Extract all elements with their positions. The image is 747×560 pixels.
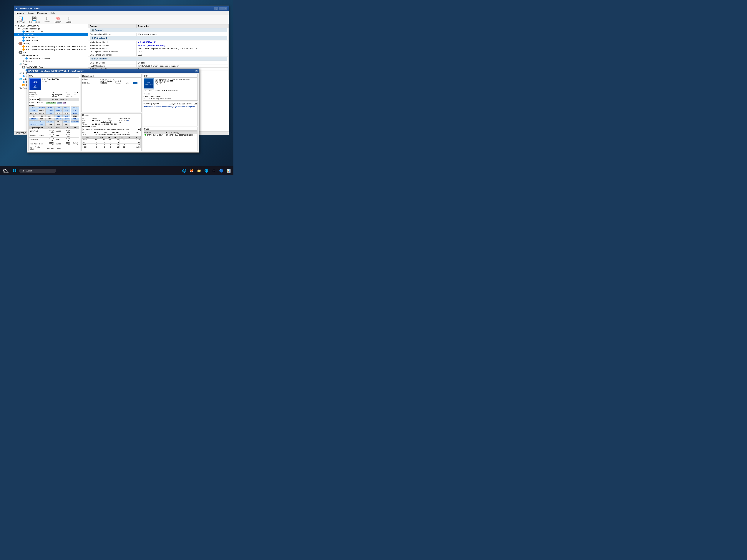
taskbar-icon-4[interactable]: 🌐 [203, 167, 210, 174]
mem-cr: CR [119, 121, 121, 123]
feat-fma: FMA [71, 112, 79, 115]
start-button[interactable] [11, 167, 18, 175]
taskbar-icon-6[interactable]: 🔵 [218, 167, 225, 174]
mb-icon: 🟦 [19, 33, 22, 36]
cpu-tdp: 77 W [74, 92, 79, 94]
tree-root[interactable]: ▼ 🖥 DESKTOP-O210S75 [14, 24, 88, 27]
toolbar-about[interactable]: ℹ About [64, 16, 74, 24]
mt-533-clock: 533.3 [82, 143, 92, 146]
mt-v: V [133, 136, 140, 138]
close-button[interactable]: ✕ [223, 7, 227, 10]
feat-tme: TME [55, 123, 62, 126]
tree-gpu[interactable]: 🔷 Intel HD Graphics 4000 [14, 57, 88, 60]
mt-533-rc: 26 [120, 143, 126, 146]
mt-clock: Clock [82, 136, 92, 138]
memory-summary-title: Memory [82, 114, 140, 117]
cpu-num-select[interactable]: CPU #0 [29, 98, 40, 101]
mt-rc: RC [120, 136, 126, 138]
mem-module-select[interactable]: #1 [BANK 1/ChannelA-DIMM1]: Kingston 990… [82, 128, 140, 131]
hvci-label: HVCI [193, 103, 197, 105]
mt-800-v: 1.50 [133, 138, 140, 141]
pcie-version-label: PCI Express Version Supported: [88, 50, 136, 53]
gpu-num-select[interactable]: GPU #0 [144, 89, 154, 92]
popup-close-button[interactable]: ✕ [195, 70, 198, 72]
tree-monitor[interactable]: 🖥 Monitor [14, 60, 88, 63]
shaders-value: - [150, 93, 151, 95]
op-turbo-row: Turbo Max 3900.0 MHz x39.00 100.0 MHz - [29, 138, 79, 142]
summary-icon: 📊 [19, 16, 24, 21]
mt-533-v: 1.50 [133, 143, 140, 146]
mem-it: 1T [123, 121, 125, 123]
gpu-info: Intel Ivy Bridge-OT GT2 - Integrated Gra… [155, 78, 197, 85]
feat-apx: APX [63, 123, 71, 126]
gpu-model: Intel HD Graphics 4000 [155, 80, 197, 82]
cpu-cache-l1: 4x32 + 4x32 [46, 102, 56, 104]
os-section-title: Operating System [144, 103, 159, 105]
mb-summary-section: Motherboard Chipset ASUS P8Z77-V LK Inte… [81, 74, 141, 112]
feat-mmx: MMX [29, 106, 38, 109]
cpu-expand-icon: ▼ [17, 28, 19, 30]
taskbar: 8°C Cloudy Search 🌐 🦊 📁 🌐 [0, 166, 233, 175]
taskbar-icon-2[interactable]: 🦊 [188, 167, 195, 174]
ports-icon: 🔌 [19, 87, 22, 89]
feat-em64t: EM64T [55, 117, 62, 120]
menu-program[interactable]: Program [14, 11, 26, 15]
search-bar[interactable]: Search [19, 169, 56, 173]
taskbar-icon-3[interactable]: 📁 [196, 167, 202, 174]
gpu-clock-val: 351.0 [148, 98, 152, 100]
op-base-vid: - [71, 133, 79, 138]
tree-memory-group[interactable]: ▼ 🟫 Memory [14, 42, 88, 45]
summary-body: CPU Intel CORE i7 CORE I7 inside™ Intel … [27, 73, 199, 153]
taskbar-icon-7[interactable]: 📊 [225, 167, 232, 174]
section-pch: ⚙ PCH Features [88, 56, 229, 61]
mem-modules-title: Memory Modules [82, 126, 140, 128]
menu-monitoring[interactable]: Monitoring [35, 11, 49, 15]
gpu-rops: ROPs/TMUs: - [168, 90, 179, 92]
toolbar-sensors[interactable]: 🌡 Sensors [42, 16, 52, 24]
tree-sata[interactable]: ▼ 💾 (S)ATA/ATAPI Drives [14, 66, 88, 69]
gpu-summary-section: GPU Intel GRAPHICS Intel Ivy Bridge-OT G… [143, 74, 198, 101]
usb-count-value: 14 ports [136, 61, 229, 64]
op-clock-header: Clock [45, 127, 55, 129]
menu-help[interactable]: Help [49, 11, 57, 15]
tree-smbios[interactable]: 🔷 SMBIOS DMI [14, 39, 88, 42]
toolbar-save-report[interactable]: 💾 Save Report [28, 16, 41, 24]
tree-cpu[interactable]: 🔷 Intel Core i7-3770K [14, 30, 88, 33]
tree-cpu-group[interactable]: ▼ ⚙ Central Processor(s) [14, 27, 88, 30]
pch-section-header: ⚙ PCH Features [90, 57, 227, 61]
op-avg-bus: 100.3 MHz [62, 142, 71, 146]
mt-row-400: 400.0 6 6 6 14 20 - 1.50 [82, 146, 140, 148]
features-grid: MMX 3DNow! 3DNow!-2 SSE SSE-2 SSE-3 SSSE… [29, 106, 79, 126]
taskbar-icon-5[interactable]: ⊞ [210, 167, 217, 174]
op-base-bus: 100.0 MHz [62, 133, 71, 138]
tree-dimm1[interactable]: 🔶 Row: 1 [BANK 1/ChannelA-DIMM1] - 8 GB … [14, 45, 88, 48]
taskbar-icon2-symbol: 🦊 [189, 169, 194, 173]
menu-report[interactable]: Report [26, 11, 35, 15]
toolbar-summary[interactable]: 📊 Summary [16, 16, 27, 24]
tree-bus[interactable]: ▼ 🔲 Bus [14, 51, 88, 54]
mt-row-533: 533.3 7 7 7 19 26 - 1.50 [82, 143, 140, 146]
mt-667-v: 1.50 [133, 141, 140, 143]
maximize-button[interactable]: □ [218, 7, 223, 10]
toolbar: 📊 Summary 💾 Save Report 🌡 Sensors 🧠 Memo… [14, 15, 229, 24]
mt-400-clock: 400.0 [82, 146, 92, 148]
tree-acpi[interactable]: 🔷 ACPI Devices [14, 36, 88, 39]
weather-temp: 8°C [3, 168, 7, 171]
minimize-button[interactable]: _ [214, 7, 218, 10]
mt-800-rcd: 11 [98, 138, 106, 141]
mb-model-row: Motherboard Model: ASUS P8Z77-V LK [88, 41, 229, 44]
mt-800-rc: 39 [120, 138, 126, 141]
taskbar-icon-1[interactable]: 🌐 [181, 167, 187, 174]
os-options: Legacy Boot Secure Boot TPM HVCI [169, 103, 197, 105]
tree-video[interactable]: ▼ 🎮 Video Adapter [14, 54, 88, 57]
gpu-vram: VRAM: 2.25 GB [155, 90, 167, 92]
toolbar-memory[interactable]: 🧠 Memory [53, 16, 63, 24]
op-avg-ratio: x16.00 [55, 142, 62, 146]
op-table: Operating Point Clock Ratio Bus VID LFM … [29, 127, 79, 150]
tree-drives[interactable]: ▼ 💿 Drives [14, 63, 88, 66]
tree-dimm3[interactable]: 🔶 Row: 3 [BANK 3/ChannelB-DIMM1] - 8 GB … [14, 48, 88, 51]
cpu-section-title: CPU [29, 75, 79, 78]
tree-motherboard[interactable]: ▼ 🟦 Motherboard [14, 33, 88, 36]
dimm3-icon: 🔶 [22, 48, 25, 51]
tree-motherboard-label: Motherboard [23, 33, 34, 36]
